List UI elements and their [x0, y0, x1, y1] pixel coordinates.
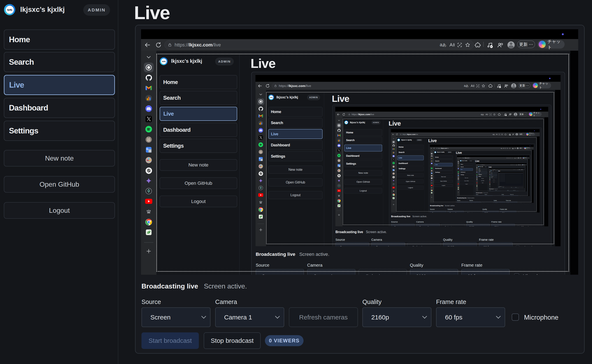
svg-text:文: 文	[149, 150, 151, 152]
svg-text:G: G	[146, 148, 148, 151]
